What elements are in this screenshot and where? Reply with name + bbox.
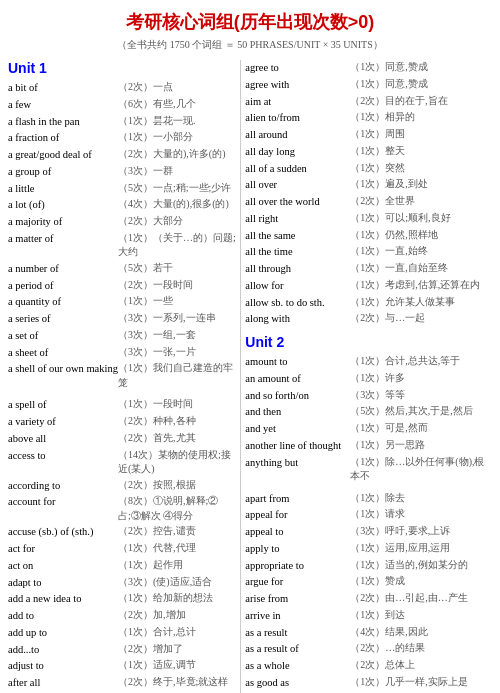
definition: （1次）到达 (350, 608, 492, 623)
phrase: all around (245, 127, 350, 143)
list-item: and yet（1次）可是,然而 (245, 421, 492, 437)
phrase: an amount of (245, 371, 350, 387)
list-item: act on（1次）起作用 (8, 558, 236, 574)
phrase: a set of (8, 328, 118, 344)
definition: （1次）适当的,例如某分的 (350, 558, 492, 573)
phrase: arrive in (245, 608, 350, 624)
list-item: agree with（1次）同意,赞成 (245, 77, 492, 93)
definition: （1次）一段时间 (118, 397, 236, 412)
phrase: a great/good deal of (8, 147, 118, 163)
list-item: a group of（3次）一群 (8, 164, 236, 180)
left-entries: a bit of（2次）一点a few（6次）有些,几个a flash in t… (8, 80, 236, 693)
phrase: all over (245, 177, 350, 193)
list-item: and so forth/on（3次）等等 (245, 388, 492, 404)
definition: （1次）除去 (350, 491, 492, 506)
phrase: and then (245, 404, 350, 420)
phrase: account for (8, 494, 118, 510)
phrase: agree with (245, 77, 350, 93)
phrase: as a result of (245, 641, 350, 657)
definition: （1次）仍然,照样地 (350, 228, 492, 243)
definition: （3次）一组,一套 (118, 328, 236, 343)
definition: （1次）整天 (350, 144, 492, 159)
list-item: all through（1次）一直,自始至终 (245, 261, 492, 277)
list-item: another line of thought（1次）另一思路 (245, 438, 492, 454)
list-item: an amount of（1次）许多 (245, 371, 492, 387)
list-item: a great/good deal of（2次）大量的),许多(的) (8, 147, 236, 163)
list-item: all the same（1次）仍然,照样地 (245, 228, 492, 244)
phrase: all right (245, 211, 350, 227)
unit2-title-right: Unit 2 (245, 334, 492, 350)
list-item: a flash in the pan（1次）昙花一现. (8, 114, 236, 130)
list-item: a little（5次）一点;稍;一些;少许 (8, 181, 236, 197)
definition: （1次）我们自己建造的牢笼 (118, 361, 236, 390)
definition: （2次）增加了 (118, 642, 236, 657)
definition: （1次）合计,总计 (118, 625, 236, 640)
list-item: a fraction of（1次）一小部分 (8, 130, 236, 146)
phrase: a quantity of (8, 294, 118, 310)
phrase: alien to/from (245, 110, 350, 126)
list-item: after all（2次）终于,毕竟;就这样 (8, 675, 236, 691)
phrase: a variety of (8, 414, 118, 430)
definition: （1次）可是,然而 (350, 421, 492, 436)
phrase: all the same (245, 228, 350, 244)
list-item: add a new idea to（1次）给加新的想法 (8, 591, 236, 607)
definition: （2次）一段时间 (118, 278, 236, 293)
phrase: according to (8, 478, 118, 494)
list-item: accuse (sb.) of (sth.)（2次）控告,谴责 (8, 524, 236, 540)
list-item: add...to（2次）增加了 (8, 642, 236, 658)
right-column: agree to（1次）同意,赞成agree with（1次）同意,赞成aim … (240, 60, 492, 693)
right-unit1-entries: agree to（1次）同意,赞成agree with（1次）同意,赞成aim … (245, 60, 492, 327)
phrase: aim at (245, 94, 350, 110)
phrase: agree to (245, 60, 350, 76)
phrase: a majority of (8, 214, 118, 230)
definition: （1次）一小部分 (118, 130, 236, 145)
definition: （2次）目的在于,旨在 (350, 94, 492, 109)
list-item: allow for（1次）考虑到,估算,还算在内 (245, 278, 492, 294)
phrase: add...to (8, 642, 118, 658)
list-item: as a result（4次）结果,因此 (245, 625, 492, 641)
phrase: appeal to (245, 524, 350, 540)
phrase: a spell of (8, 397, 118, 413)
list-item: arrive in（1次）到达 (245, 608, 492, 624)
list-item: according to（2次）按照,根据 (8, 478, 236, 494)
phrase: and so forth/on (245, 388, 350, 404)
phrase: appropriate to (245, 558, 350, 574)
definition: （1次）请求 (350, 507, 492, 522)
phrase: anything but (245, 455, 350, 471)
phrase: allow for (245, 278, 350, 294)
definition: （1次）昙花一现. (118, 114, 236, 129)
definition: （1次）一直,始终 (350, 244, 492, 259)
definition: （5次）若干 (118, 261, 236, 276)
definition: （1次）同意,赞成 (350, 77, 492, 92)
list-item: aim at（2次）目的在于,旨在 (245, 94, 492, 110)
list-item: adjust to（1次）适应,调节 (8, 658, 236, 674)
definition: （14次）某物的使用权;接近(某人) (118, 448, 236, 477)
list-item: a lot (of)（4次）大量(的),很多(的) (8, 197, 236, 213)
definition: （3次）一群 (118, 164, 236, 179)
definition: （2次）大部分 (118, 214, 236, 229)
definition: （2次）按照,根据 (118, 478, 236, 493)
phrase: a sheet of (8, 345, 118, 361)
list-item: a quantity of（1次）一些 (8, 294, 236, 310)
list-item: allow sb. to do sth.（1次）允许某人做某事 (245, 295, 492, 311)
phrase: as a result (245, 625, 350, 641)
phrase: a number of (8, 261, 118, 277)
definition: （2次）由…引起,由…产生 (350, 591, 492, 606)
list-item: appeal for（1次）请求 (245, 507, 492, 523)
list-item: a bit of（2次）一点 (8, 80, 236, 96)
list-item: add up to（1次）合计,总计 (8, 625, 236, 641)
definition: （1次）周围 (350, 127, 492, 142)
definition: （3次）呼吁,要求,上诉 (350, 524, 492, 539)
definition: （1次）除…以外任何事(物),根本不 (350, 455, 492, 484)
phrase: a flash in the pan (8, 114, 118, 130)
definition: （1次）几乎一样,实际上是 (350, 675, 492, 690)
list-item: as good as（1次）几乎一样,实际上是 (245, 675, 492, 691)
definition: （1次）一些 (118, 294, 236, 309)
phrase: above all (8, 431, 118, 447)
list-item: all over the world（2次）全世界 (245, 194, 492, 210)
phrase: a bit of (8, 80, 118, 96)
page: 考研核心词组(历年出现次数>0) （全书共约 1750 个词组 ＝ 50 PHR… (0, 0, 500, 693)
definition: （2次）终于,毕竟;就这样 (118, 675, 236, 690)
definition: （1次）运用,应用,运用 (350, 541, 492, 556)
phrase: apply to (245, 541, 350, 557)
